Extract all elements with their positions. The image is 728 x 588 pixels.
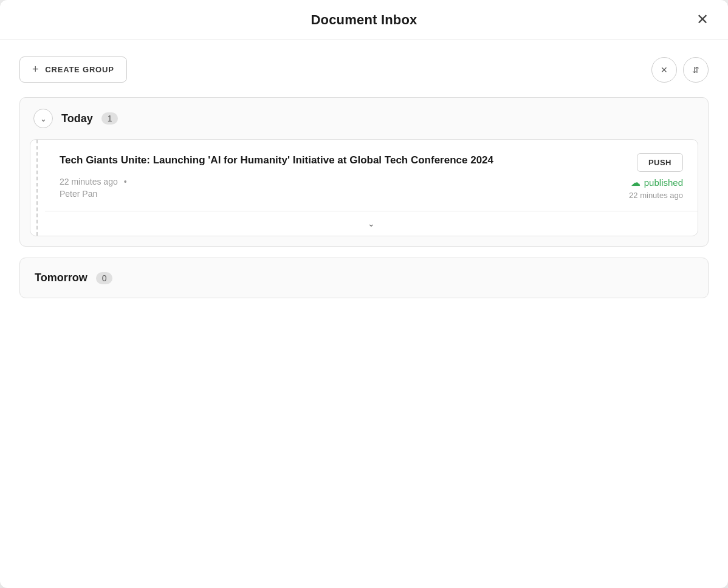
chevron-down-icon: ⌄ [368,219,375,228]
chevron-down-icon: ⌄ [40,114,47,123]
document-card-inner: Tech Giants Unite: Launching 'AI for Hum… [45,140,698,211]
toolbar-actions: ✕ ⇵ [651,57,709,83]
plus-icon: + [32,63,39,76]
status-area: ☁ published 22 minutes ago [629,177,683,200]
collapse-all-button[interactable]: ✕ [651,57,677,83]
doc-title: Tech Giants Unite: Launching 'AI for Hum… [60,153,561,168]
group-tomorrow: Tomorrow 0 [19,258,709,298]
today-group-count: 1 [101,112,118,125]
push-button[interactable]: PUSH [637,153,683,172]
doc-separator: • [124,177,127,186]
status-label: published [644,177,683,188]
doc-actions: PUSH ☁ published 22 minutes ago [574,153,683,200]
collapse-all-icon: ✕ [661,65,668,75]
card-actions-row: ⌄ [45,211,698,236]
cloud-upload-icon: ☁ [631,177,640,188]
create-group-button[interactable]: + CREATE GROUP [19,56,127,83]
doc-info: Tech Giants Unite: Launching 'AI for Hum… [60,153,561,199]
modal-body: + CREATE GROUP ✕ ⇵ ⌄ Today 1 [0,39,728,588]
modal-header: Document Inbox ✕ [0,0,728,39]
doc-meta: 22 minutes ago • [60,177,561,186]
group-today-header[interactable]: ⌄ Today 1 [20,98,708,139]
document-card: Tech Giants Unite: Launching 'AI for Hum… [30,139,698,236]
tomorrow-group-count: 0 [96,272,113,284]
sort-icon: ⇵ [692,65,699,75]
close-button[interactable]: ✕ [692,9,713,30]
group-tomorrow-header[interactable]: Tomorrow 0 [20,258,708,298]
close-icon: ✕ [696,11,709,28]
status-published: ☁ published [631,177,683,188]
today-group-title: Today [61,112,93,125]
doc-author: Peter Pan [60,189,561,199]
today-collapse-button[interactable]: ⌄ [33,109,53,128]
tomorrow-group-title: Tomorrow [35,272,88,284]
sort-button[interactable]: ⇵ [683,57,709,83]
document-inbox-modal: Document Inbox ✕ + CREATE GROUP ✕ ⇵ [0,0,728,588]
toolbar: + CREATE GROUP ✕ ⇵ [19,56,709,83]
create-group-label: CREATE GROUP [45,65,114,74]
modal-title: Document Inbox [311,12,417,28]
group-today: ⌄ Today 1 Tec [19,97,709,247]
card-expand-button[interactable]: ⌄ [60,217,683,230]
status-time: 22 minutes ago [629,191,683,200]
doc-created-time: 22 minutes ago [60,177,118,186]
today-group-content: Tech Giants Unite: Launching 'AI for Hum… [20,139,708,246]
